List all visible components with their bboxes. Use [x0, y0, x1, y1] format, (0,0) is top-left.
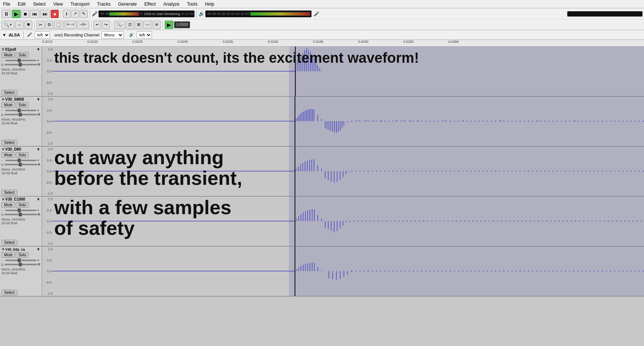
gain-minus-v30d80[interactable]: -	[2, 159, 5, 162]
gain-plus-v30d80[interactable]: +	[37, 159, 40, 162]
select-btn-v30c1000[interactable]: Select	[2, 240, 17, 245]
mute-btn-01pull[interactable]: Mute	[2, 52, 15, 58]
track-close-v30sm58[interactable]: ✕	[2, 97, 5, 101]
mute-btn-v30d80[interactable]: Mute	[2, 152, 15, 158]
menu-effect[interactable]: Effect	[143, 1, 157, 8]
record-button[interactable]: ●	[51, 10, 58, 18]
menu-file[interactable]: File	[2, 1, 12, 8]
channel-label: ono) Recording Channel	[55, 33, 99, 37]
pan-slider-01pull[interactable]	[4, 64, 37, 65]
gain-slider-v30sm58[interactable]	[5, 110, 36, 111]
select-btn-v30sm58[interactable]: Select	[2, 140, 17, 145]
gain-minus-v30b2pca[interactable]: -	[2, 258, 5, 262]
waveform-svg-v30b2pca	[53, 246, 644, 296]
solo-btn-v30b2pca[interactable]: Solo	[16, 252, 29, 258]
gain-slider-01pull[interactable]	[5, 60, 36, 61]
track-wave-v30c1000[interactable]: 1.0 0.5- 0.0- -0.5- -1.0 with a few samp…	[42, 196, 644, 246]
silence-button[interactable]: ⊣⊢	[77, 21, 89, 29]
output-vu-bar	[250, 12, 310, 16]
gain-minus-v30sm58[interactable]: -	[2, 109, 5, 112]
play-button[interactable]: ▶	[12, 10, 21, 18]
track-close-v30b2pca[interactable]: ✕	[2, 247, 5, 251]
pause-button[interactable]: ⏸	[2, 10, 11, 18]
gain-plus-v30c1000[interactable]: +	[37, 209, 40, 212]
select-btn-v30b2pca[interactable]: Select	[2, 290, 17, 295]
ruler-tick-7: 0.0250	[358, 40, 369, 44]
track-wave-v30sm58[interactable]: 1.0 0.5- 0.0- -0.5- -1.0	[42, 97, 644, 146]
select-btn-v30d80[interactable]: Select	[2, 190, 17, 195]
mute-btn-v30c1000[interactable]: Mute	[2, 202, 15, 208]
envelope-tool-button[interactable]: ↗	[71, 10, 79, 18]
zoom-extra-button[interactable]: ≋	[153, 21, 161, 29]
track-dropdown-v30b2pca[interactable]: ▼	[36, 247, 40, 251]
trim-audio-button[interactable]: ⊢⊣	[64, 21, 76, 29]
pan-slider-v30b2pca[interactable]	[4, 264, 37, 265]
select-tool-button[interactable]: I	[63, 10, 70, 18]
pan-slider-v30c1000[interactable]	[4, 214, 37, 215]
copy-button[interactable]: ⧉	[46, 21, 53, 29]
gain-slider-v30b2pca[interactable]	[5, 260, 36, 261]
track-close-v30c1000[interactable]: ✕	[2, 197, 5, 201]
mute-btn-v30sm58[interactable]: Mute	[2, 102, 15, 108]
skip-forward-button[interactable]: ⏭	[40, 10, 50, 18]
gain-minus-v30c1000[interactable]: -	[2, 209, 5, 212]
gain-minus-01pull[interactable]: -	[2, 59, 5, 62]
redo-button[interactable]: ↪	[102, 21, 110, 29]
mute-btn-v30b2pca[interactable]: Mute	[2, 252, 15, 258]
play2-button[interactable]: ▶	[165, 21, 173, 29]
track-info-v30c1000: Mono, 44100Hz32-bit float	[2, 218, 40, 225]
db-label-minus45: -45	[100, 12, 104, 15]
separator7	[163, 21, 163, 29]
cut-button[interactable]: ✂	[36, 21, 45, 29]
menu-generate[interactable]: Generate	[117, 1, 138, 8]
paste-button[interactable]: 📋	[54, 21, 64, 29]
undo-button[interactable]: ↩	[93, 21, 101, 29]
track-dropdown-v30sm58[interactable]: ▼	[36, 97, 40, 101]
menu-edit[interactable]: Edit	[16, 1, 27, 8]
out-db-minus24: -24	[230, 12, 235, 15]
pan-slider-v30sm58[interactable]	[4, 114, 37, 115]
volume-slider-bar[interactable]	[567, 11, 642, 17]
solo-btn-01pull[interactable]: Solo	[16, 52, 29, 58]
trim-tool-button[interactable]: ↔	[15, 21, 24, 29]
output-device-select[interactable]: left	[137, 31, 152, 39]
solo-btn-v30sm58[interactable]: Solo	[16, 102, 29, 108]
input-device-select[interactable]: left	[35, 31, 50, 39]
monitoring-text[interactable]: Click to Start Monitoring	[144, 12, 180, 16]
gain-plus-01pull[interactable]: +	[37, 59, 40, 62]
track-dropdown-01pull[interactable]: ▼	[36, 47, 40, 51]
track-wave-v30b2pca[interactable]: 1.0 0.5- 0.0- -0.5- -1.0	[42, 246, 644, 296]
gain-plus-v30sm58[interactable]: +	[37, 109, 40, 112]
gain-slider-v30c1000[interactable]	[5, 210, 36, 211]
gain-slider-v30d80[interactable]	[5, 160, 36, 161]
menu-view[interactable]: View	[52, 1, 64, 8]
menu-analyze[interactable]: Analyze	[162, 1, 181, 8]
draw-tool-button[interactable]: ✎	[80, 10, 88, 18]
gain-plus-v30b2pca[interactable]: +	[37, 258, 40, 262]
menu-help[interactable]: Help	[204, 1, 216, 8]
out-db-minus42: -42	[216, 12, 220, 15]
menu-tracks[interactable]: Tracks	[96, 1, 112, 8]
zoom-in-button[interactable]: 🔍+	[2, 21, 14, 29]
select-btn-01pull[interactable]: Select	[2, 90, 17, 95]
track-dropdown-v30d80[interactable]: ▼	[36, 147, 40, 151]
track-dropdown-v30c1000[interactable]: ▼	[36, 197, 40, 201]
channel-select[interactable]: Mono Stereo	[102, 31, 124, 39]
multi-tool-button[interactable]: ✱	[24, 21, 32, 29]
track-wave-v30d80[interactable]: 1.0 0.5- 0.0- -0.5- -1.0 cut away anythi…	[42, 147, 644, 196]
zoom-out-button[interactable]: 🔍-	[114, 21, 125, 29]
zoom-wave-button[interactable]: 〰	[143, 21, 152, 29]
zoom-fit-button[interactable]: ⊡	[126, 21, 134, 29]
pan-slider-v30d80[interactable]	[4, 164, 37, 165]
stop-button[interactable]: ■	[21, 10, 29, 18]
menu-transport[interactable]: Transport	[69, 1, 91, 8]
menu-select[interactable]: Select	[32, 1, 47, 8]
track-wave-01pull[interactable]: 1.0 0.5- 0.0- -0.5- -1.0 this track does…	[42, 47, 644, 96]
menu-tools[interactable]: Tools	[185, 1, 199, 8]
solo-btn-v30c1000[interactable]: Solo	[16, 202, 29, 208]
track-close-v30d80[interactable]: ✕	[2, 147, 5, 151]
skip-back-button[interactable]: ⏮	[30, 10, 39, 18]
track-close-01pull[interactable]: ✕	[2, 47, 5, 51]
zoom-sel-button[interactable]: ⊞	[135, 21, 143, 29]
solo-btn-v30d80[interactable]: Solo	[16, 152, 29, 158]
